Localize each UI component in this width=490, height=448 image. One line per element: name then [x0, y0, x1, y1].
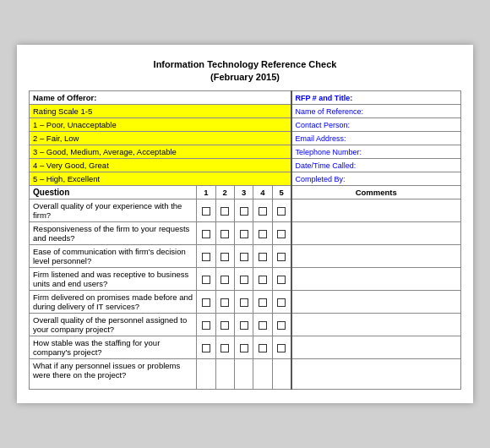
checkbox[interactable] [277, 321, 286, 330]
q6-cb3[interactable] [234, 336, 253, 359]
checkbox[interactable] [240, 321, 248, 330]
q5-cb4[interactable] [253, 314, 272, 336]
q6-comments [291, 336, 461, 359]
completed-label: Completed By: [291, 172, 461, 186]
q5-cb2[interactable] [215, 314, 234, 336]
checkbox[interactable] [202, 230, 210, 238]
q6-cb4[interactable] [253, 336, 272, 359]
q7-cb5[interactable] [272, 359, 291, 390]
checkbox[interactable] [240, 276, 248, 284]
comments-col-header: Comments [291, 186, 461, 199]
checkbox[interactable] [259, 207, 267, 216]
rating-4: 3 – Good, Medium, Average, Acceptable [30, 145, 291, 159]
checkbox[interactable] [220, 207, 229, 216]
question-row-4: Firm delivered on promises made before a… [30, 291, 461, 314]
q4-cb2[interactable] [215, 291, 234, 314]
question-4-text: Firm delivered on promises made before a… [30, 291, 197, 314]
q1-cb3[interactable] [234, 222, 253, 245]
checkbox[interactable] [240, 253, 248, 261]
question-row-7: What if any personnel issues or problems… [30, 359, 461, 390]
checkbox[interactable] [259, 321, 267, 330]
question-5-text: Overall quality of the personnel assigne… [30, 314, 197, 336]
q4-cb3[interactable] [234, 291, 253, 314]
checkbox[interactable] [202, 207, 210, 216]
q1-cb1[interactable] [197, 222, 215, 245]
checkbox[interactable] [220, 344, 229, 352]
q3-cb2[interactable] [215, 268, 234, 291]
checkbox[interactable] [202, 253, 210, 261]
q6-cb5[interactable] [272, 336, 291, 359]
checkbox[interactable] [277, 253, 286, 261]
checkbox[interactable] [277, 344, 286, 352]
q4-cb5[interactable] [272, 291, 291, 314]
q6-cb2[interactable] [215, 336, 234, 359]
checkbox[interactable] [259, 230, 267, 238]
q2-cb5[interactable] [272, 245, 291, 268]
offeror-label: Name of Offeror: [30, 91, 291, 105]
q3-cb1[interactable] [197, 268, 215, 291]
question-row-2: Ease of communication with firm's decisi… [30, 245, 461, 268]
q1-cb5[interactable] [272, 222, 291, 245]
checkbox[interactable] [220, 230, 229, 238]
contact-label: Contact Person: [291, 118, 461, 132]
q1-cb4[interactable] [253, 222, 272, 245]
checkbox[interactable] [259, 253, 267, 261]
q7-comments [291, 359, 461, 390]
col-1-header: 1 [197, 186, 215, 199]
q5-cb3[interactable] [234, 314, 253, 336]
checkbox[interactable] [240, 298, 248, 307]
question-row-3: Firm listened and was receptive to busin… [30, 268, 461, 291]
question-2-text: Ease of communication with firm's decisi… [30, 245, 197, 268]
checkbox[interactable] [202, 321, 210, 330]
checkbox[interactable] [220, 253, 229, 261]
checkbox[interactable] [277, 207, 286, 216]
checkbox[interactable] [277, 230, 286, 238]
q6-cb1[interactable] [197, 336, 215, 359]
q3-cb3[interactable] [234, 268, 253, 291]
column-header-row: Question 1 2 3 4 5 Comments [30, 186, 461, 199]
q5-cb1[interactable] [197, 314, 215, 336]
q0-cb2[interactable] [215, 199, 234, 222]
q0-cb3[interactable] [234, 199, 253, 222]
question-3-text: Firm listened and was receptive to busin… [30, 268, 197, 291]
q7-cb3[interactable] [234, 359, 253, 390]
checkbox[interactable] [202, 344, 210, 352]
question-row-5: Overall quality of the personnel assigne… [30, 314, 461, 336]
q4-cb4[interactable] [253, 291, 272, 314]
datetime-label: Date/Time Called: [291, 159, 461, 172]
checkbox[interactable] [202, 298, 210, 307]
q5-cb5[interactable] [272, 314, 291, 336]
q7-cb1[interactable] [197, 359, 215, 390]
q7-cb2[interactable] [215, 359, 234, 390]
q3-cb5[interactable] [272, 268, 291, 291]
checkbox[interactable] [277, 276, 286, 284]
q2-cb4[interactable] [253, 245, 272, 268]
q1-cb2[interactable] [215, 222, 234, 245]
rating-5: 4 – Very Good, Great [30, 159, 291, 172]
checkbox[interactable] [202, 276, 210, 284]
q7-cb4[interactable] [253, 359, 272, 390]
checkbox[interactable] [220, 298, 229, 307]
q4-cb1[interactable] [197, 291, 215, 314]
checkbox[interactable] [259, 344, 267, 352]
q2-cb2[interactable] [215, 245, 234, 268]
q4-comments [291, 291, 461, 314]
q2-cb1[interactable] [197, 245, 215, 268]
checkbox[interactable] [240, 344, 248, 352]
checkbox[interactable] [240, 230, 248, 238]
q0-cb1[interactable] [197, 199, 215, 222]
q3-cb4[interactable] [253, 268, 272, 291]
checkbox[interactable] [277, 298, 286, 307]
checkbox[interactable] [259, 276, 267, 284]
checkbox[interactable] [220, 276, 229, 284]
checkbox[interactable] [259, 298, 267, 307]
checkbox[interactable] [220, 321, 229, 330]
col-5-header: 5 [272, 186, 291, 199]
q2-cb3[interactable] [234, 245, 253, 268]
rating-row-2: 1 – Poor, Unacceptable Contact Person: [30, 118, 461, 132]
checkbox[interactable] [240, 207, 248, 216]
question-col-header: Question [30, 186, 197, 199]
q0-cb5[interactable] [272, 199, 291, 222]
page-container: Information Technology Reference Check (… [17, 45, 473, 404]
q0-cb4[interactable] [253, 199, 272, 222]
